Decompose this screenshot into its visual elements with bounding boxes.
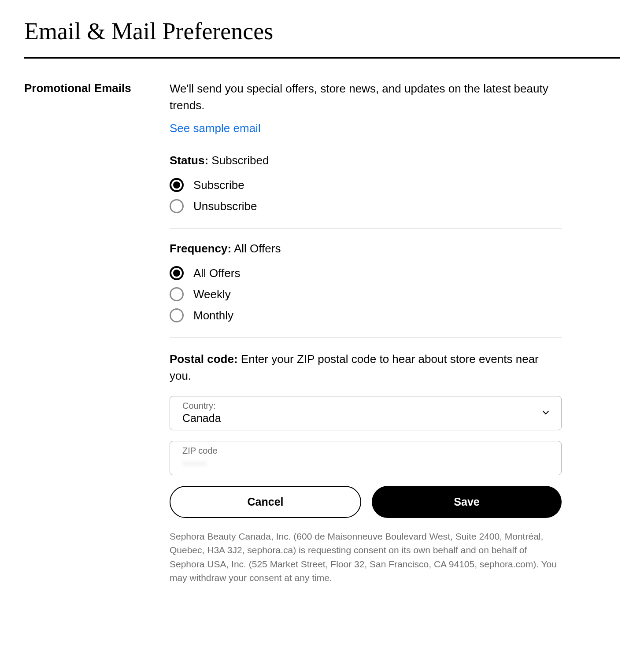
frequency-line: Frequency: All Offers (170, 242, 562, 255)
page-title: Email & Mail Preferences (24, 18, 620, 45)
radio-checked-icon (170, 266, 184, 280)
legal-text: Sephora Beauty Canada, Inc. (600 de Mais… (170, 529, 562, 585)
radio-monthly[interactable]: Monthly (170, 308, 562, 322)
status-radio-group: Subscribe Unsubscribe (170, 178, 562, 213)
radio-monthly-label: Monthly (193, 309, 233, 322)
radio-weekly[interactable]: Weekly (170, 287, 562, 301)
country-select[interactable]: Country: Canada (170, 396, 562, 430)
radio-subscribe-label: Subscribe (193, 178, 244, 192)
title-divider (24, 57, 620, 59)
save-button[interactable]: Save (372, 486, 562, 518)
radio-all-offers-label: All Offers (193, 266, 240, 280)
country-field-value: Canada (182, 412, 552, 425)
frequency-label: Frequency: (170, 242, 231, 255)
status-line: Status: Subscribed (170, 154, 562, 167)
postal-label: Postal code: (170, 352, 238, 366)
main-column: We'll send you special offers, store new… (170, 81, 562, 585)
radio-unchecked-icon (170, 199, 184, 213)
cancel-button[interactable]: Cancel (170, 486, 361, 518)
frequency-value: All Offers (234, 242, 281, 255)
radio-checked-icon (170, 178, 184, 192)
frequency-radio-group: All Offers Weekly Monthly (170, 266, 562, 322)
radio-unchecked-icon (170, 308, 184, 322)
sample-email-link[interactable]: See sample email (170, 122, 261, 135)
section-label: Promotional Emails (24, 81, 143, 585)
button-row: Cancel Save (170, 486, 562, 518)
section-divider (170, 228, 562, 229)
section-description: We'll send you special offers, store new… (170, 81, 562, 114)
radio-weekly-label: Weekly (193, 288, 231, 301)
zip-field-value: ········ (182, 457, 552, 470)
status-label: Status: (170, 154, 208, 167)
chevron-down-icon (541, 407, 551, 419)
section-divider (170, 337, 562, 338)
radio-unsubscribe[interactable]: Unsubscribe (170, 199, 562, 213)
status-value: Subscribed (211, 154, 269, 167)
radio-unchecked-icon (170, 287, 184, 301)
radio-subscribe[interactable]: Subscribe (170, 178, 562, 192)
radio-all-offers[interactable]: All Offers (170, 266, 562, 280)
zip-input[interactable]: ZIP code ········ (170, 441, 562, 475)
country-field-label: Country: (182, 401, 552, 411)
content-row: Promotional Emails We'll send you specia… (24, 81, 620, 585)
postal-description: Postal code: Enter your ZIP postal code … (170, 351, 562, 384)
zip-field-label: ZIP code (182, 446, 552, 456)
radio-unsubscribe-label: Unsubscribe (193, 200, 257, 213)
